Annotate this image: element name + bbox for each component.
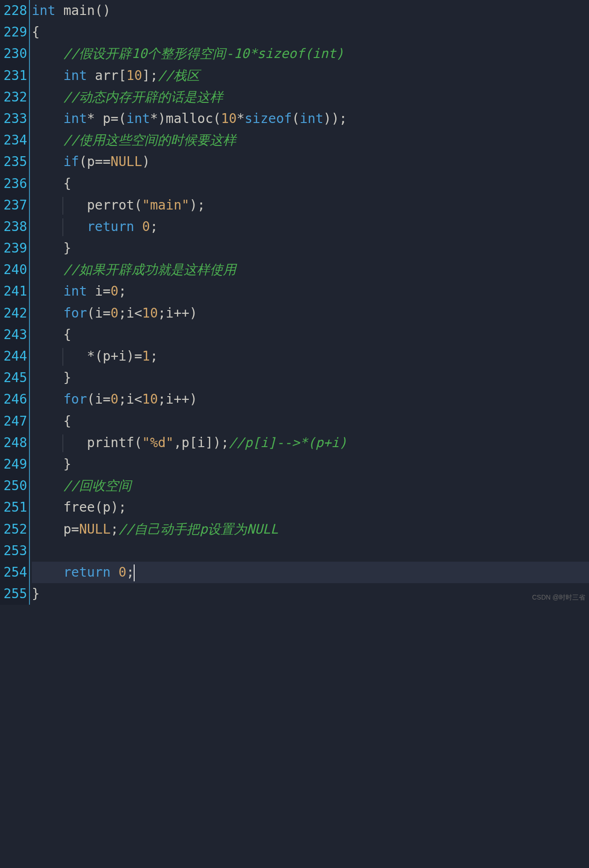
code-line: perrot("main");: [32, 195, 589, 216]
line-number: 242: [0, 303, 27, 324]
code-line: if(p==NULL): [32, 151, 589, 173]
line-number: 239: [0, 238, 27, 259]
line-number: 247: [0, 411, 27, 432]
code-line: {: [32, 324, 589, 346]
code-line: return 0;: [32, 216, 589, 238]
line-number: 252: [0, 519, 27, 540]
code-line: }: [32, 454, 589, 475]
code-line: printf("%d",p[i]);//p[i]-->*(p+i): [32, 432, 589, 454]
line-number: 234: [0, 130, 27, 151]
code-line: [32, 540, 589, 562]
code-line: int i=0;: [32, 281, 589, 302]
code-line: }: [32, 238, 589, 259]
code-line: int main(): [32, 0, 589, 22]
line-number: 249: [0, 454, 27, 475]
line-number: 235: [0, 151, 27, 173]
code-line: free(p);: [32, 497, 589, 518]
line-number: 237: [0, 195, 27, 216]
code-line: //使用这些空间的时候要这样: [32, 130, 589, 151]
line-number: 236: [0, 173, 27, 195]
code-line: *(p+i)=1;: [32, 346, 589, 367]
line-number: 228: [0, 0, 27, 22]
line-number: 230: [0, 43, 27, 65]
code-line: //如果开辟成功就是这样使用: [32, 259, 589, 281]
line-number: 243: [0, 324, 27, 346]
text-cursor: [134, 564, 135, 581]
code-line: {: [32, 411, 589, 432]
line-number: 248: [0, 432, 27, 454]
watermark: CSDN @时时三省: [532, 592, 585, 603]
line-number: 250: [0, 475, 27, 497]
code-line: for(i=0;i<10;i++): [32, 303, 589, 324]
code-line: int arr[10];//栈区: [32, 65, 589, 87]
line-number: 232: [0, 87, 27, 108]
line-number: 240: [0, 259, 27, 281]
code-editor[interactable]: 2282292302312322332342352362372382392402…: [0, 0, 589, 605]
line-number: 233: [0, 108, 27, 130]
code-area[interactable]: int main() { //假设开辟10个整形得空间-10*sizeof(in…: [29, 0, 589, 605]
line-number: 255: [0, 583, 27, 605]
code-line: {: [32, 22, 589, 43]
line-number-gutter: 2282292302312322332342352362372382392402…: [0, 0, 29, 605]
code-line-active: return 0;: [32, 562, 589, 583]
line-number: 246: [0, 389, 27, 410]
code-line: int* p=(int*)malloc(10*sizeof(int));: [32, 108, 589, 130]
line-number: 231: [0, 65, 27, 87]
line-number: 244: [0, 346, 27, 367]
line-number: 241: [0, 281, 27, 302]
code-line: for(i=0;i<10;i++): [32, 389, 589, 410]
line-number: 238: [0, 216, 27, 238]
code-line: }: [32, 367, 589, 389]
line-number: 229: [0, 22, 27, 43]
line-number: 245: [0, 367, 27, 389]
line-number: 254: [0, 562, 27, 583]
line-number: 253: [0, 540, 27, 562]
code-line: //假设开辟10个整形得空间-10*sizeof(int): [32, 43, 589, 65]
code-line: {: [32, 173, 589, 195]
code-line: p=NULL;//自己动手把p设置为NULL: [32, 519, 589, 540]
code-line: //回收空间: [32, 475, 589, 497]
line-number: 251: [0, 497, 27, 518]
code-line: }: [32, 583, 589, 605]
code-line: //动态内存开辟的话是这样: [32, 87, 589, 108]
